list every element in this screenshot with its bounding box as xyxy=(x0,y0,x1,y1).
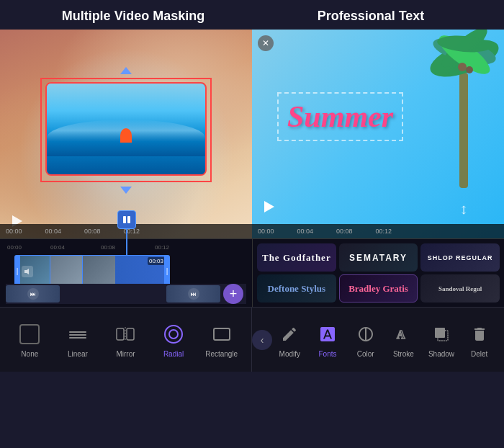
text-toolbar: ‹ Modify Fonts xyxy=(252,308,504,372)
mask-none-icon xyxy=(17,321,42,347)
close-button[interactable]: ✕ xyxy=(258,35,274,51)
text-modify-label: Modify xyxy=(279,350,300,358)
lower-clip-2[interactable]: ⏭ xyxy=(166,285,220,303)
masking-toolbar: None Linear Mirror xyxy=(0,308,252,372)
mask-none-item[interactable]: None xyxy=(6,321,54,358)
clip-volume-icon xyxy=(22,266,33,277)
text-shadow-icon xyxy=(428,321,454,347)
font-label-sandoval: Sandoval Regul xyxy=(438,285,482,292)
text-color-item[interactable]: Color xyxy=(346,321,384,358)
svg-rect-14 xyxy=(117,328,124,340)
text-shadow-label: Shadow xyxy=(428,350,454,358)
lower-clip-icon-2: ⏭ xyxy=(188,288,199,300)
mask-mirror-label: Mirror xyxy=(116,350,135,358)
svg-rect-15 xyxy=(127,328,134,340)
play-button-right[interactable] xyxy=(261,198,278,215)
summer-text[interactable]: Summer xyxy=(277,92,403,141)
arrow-up-icon[interactable] xyxy=(120,67,132,74)
svg-rect-13 xyxy=(69,337,86,339)
font-label-sematary: SEMATARY xyxy=(349,253,408,263)
font-card-godfather[interactable]: The Godfather xyxy=(257,243,336,272)
svg-point-7 xyxy=(466,66,473,73)
right-video-panel: Summer ✕ ⤢ 00:00 00:04 00:08 00:12 xyxy=(252,30,504,238)
palm-tree-icon xyxy=(418,30,504,188)
mask-rectangle-item[interactable]: Rectangle xyxy=(197,321,246,358)
svg-point-6 xyxy=(458,63,467,71)
text-fonts-item[interactable]: Fonts xyxy=(309,321,347,358)
lower-track: ⏭ ⏭ + xyxy=(6,284,246,304)
timeline-area: 00:00 00:04 00:08 00:12 00:03 xyxy=(0,238,504,307)
font-card-deftone[interactable]: Deftone Stylus xyxy=(257,274,336,303)
clip-handle-left[interactable]: | xyxy=(14,255,20,287)
mask-rectangle-label: Rectangle xyxy=(205,350,238,358)
lower-clip-1[interactable]: ⏭ xyxy=(6,285,60,303)
font-card-sematary[interactable]: SEMATARY xyxy=(339,243,418,272)
add-clip-button[interactable]: + xyxy=(223,284,243,304)
mask-linear-item[interactable]: Linear xyxy=(54,321,102,358)
text-delete-item[interactable]: Delet xyxy=(460,321,498,358)
clip-handle-right[interactable]: | xyxy=(164,255,170,287)
bottom-toolbar: None Linear Mirror xyxy=(0,307,504,372)
mask-mirror-icon xyxy=(112,321,138,347)
playhead-handle[interactable] xyxy=(117,210,136,229)
font-label-deftone: Deftone Stylus xyxy=(268,283,326,295)
mask-none-label: None xyxy=(21,350,38,358)
mask-radial-icon xyxy=(161,321,186,347)
svg-rect-8 xyxy=(123,216,126,223)
header: Multiple Video Masking Professional Text xyxy=(0,0,504,30)
video-track: 00:03 | | xyxy=(6,255,246,287)
svg-rect-12 xyxy=(69,334,86,336)
right-panel-title: Professional Text xyxy=(252,9,490,24)
text-fonts-label: Fonts xyxy=(319,350,337,358)
font-label-godfather: The Godfather xyxy=(262,252,331,264)
text-delete-icon xyxy=(467,321,492,347)
text-color-icon xyxy=(353,321,379,347)
left-video-panel: 00:00 00:04 00:08 00:12 xyxy=(0,30,252,238)
timeline-left: 00:00 00:04 00:08 00:12 00:03 xyxy=(0,239,252,307)
clip-timecode: 00:03 xyxy=(148,257,165,265)
svg-marker-10 xyxy=(24,269,29,274)
text-modify-icon xyxy=(276,321,302,347)
text-stroke-label: Stroke xyxy=(393,350,414,358)
svg-rect-21 xyxy=(435,328,445,338)
svg-rect-9 xyxy=(127,216,130,223)
text-fonts-icon xyxy=(315,321,341,347)
text-stroke-item[interactable]: A Stroke xyxy=(384,321,423,358)
lower-clip-icon-1: ⏭ xyxy=(27,288,39,300)
timecode-bar-right: 00:00 00:04 00:08 00:12 xyxy=(252,224,504,238)
mask-linear-label: Linear xyxy=(68,350,88,358)
font-label-shlop: SHLOP REGULAR xyxy=(428,254,493,261)
mask-mirror-item[interactable]: Mirror xyxy=(102,321,150,358)
svg-rect-19 xyxy=(214,328,230,340)
toolbar-back-button[interactable]: ‹ xyxy=(252,330,272,350)
arrow-down-icon[interactable] xyxy=(120,187,132,194)
svg-text:A: A xyxy=(397,328,405,341)
font-card-sandoval[interactable]: Sandoval Regul xyxy=(420,274,500,303)
mask-rectangle-icon xyxy=(209,321,235,347)
video-clip[interactable]: 00:03 xyxy=(17,255,168,287)
font-card-shlop[interactable]: SHLOP REGULAR xyxy=(420,243,500,272)
main-panels: 00:00 00:04 00:08 00:12 Summer ✕ xyxy=(0,30,504,238)
mask-radial-item[interactable]: Radial xyxy=(150,321,198,358)
mask-radial-label: Radial xyxy=(163,350,184,358)
svg-rect-0 xyxy=(459,73,468,188)
text-color-label: Color xyxy=(357,350,374,358)
text-stroke-icon: A xyxy=(390,321,416,347)
svg-point-17 xyxy=(165,326,182,343)
font-label-bradley: Bradley Gratis xyxy=(348,283,408,295)
text-modify-item[interactable]: Modify xyxy=(271,321,309,358)
font-grid: The Godfather SEMATARY SHLOP REGULAR Def… xyxy=(252,239,504,307)
font-card-bradley[interactable]: Bradley Gratis xyxy=(339,274,418,303)
svg-point-18 xyxy=(169,330,178,339)
text-shadow-item[interactable]: Shadow xyxy=(423,321,461,358)
left-panel-title: Multiple Video Masking xyxy=(14,9,252,24)
masked-video xyxy=(45,82,207,176)
text-delete-label: Delet xyxy=(471,350,487,358)
resize-handle-icon[interactable]: ⤢ xyxy=(455,202,472,218)
surfer-figure xyxy=(120,128,132,143)
mask-linear-icon xyxy=(65,321,91,347)
svg-rect-11 xyxy=(69,331,86,333)
